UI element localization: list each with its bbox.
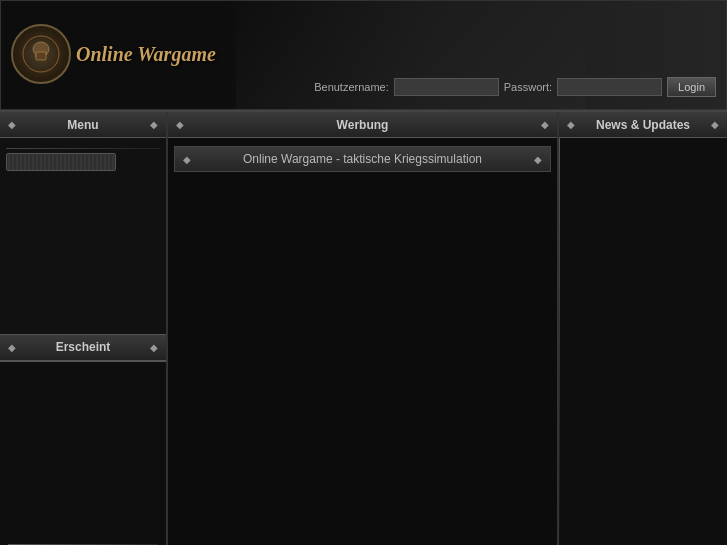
werbung-title: Werbung: [337, 118, 389, 132]
logo-title: Online Wargame: [76, 41, 216, 67]
news-content: [559, 138, 727, 545]
menu-bullet-left: ◆: [8, 119, 16, 130]
news-bullet-right: ◆: [711, 119, 719, 130]
werbung-header: ◆ Werbung ◆: [168, 112, 557, 138]
menu-bullet-right: ◆: [150, 119, 158, 130]
password-input[interactable]: [557, 78, 662, 96]
left-panel: ◆ Menu ◆ ◆ Erscheint ◆: [0, 112, 168, 545]
main-layout: ◆ Menu ◆ ◆ Erscheint ◆ ◆ Werbung ◆: [0, 110, 727, 545]
menu-separator: [6, 148, 160, 149]
password-label: Passwort:: [504, 81, 552, 93]
login-button[interactable]: Login: [667, 77, 716, 97]
werbung-bullet-right: ◆: [541, 119, 549, 130]
logo-circle: OW: [11, 24, 71, 84]
username-input[interactable]: [394, 78, 499, 96]
erscheint-title: Erscheint: [56, 340, 111, 354]
menu-content: [0, 138, 166, 334]
news-title: News & Updates: [596, 118, 690, 132]
item-bullet: ◆: [183, 154, 191, 165]
werbung-bullet-left: ◆: [176, 119, 184, 130]
news-bullet-left: ◆: [567, 119, 575, 130]
menu-knob-row: [6, 153, 160, 171]
werbung-content: ◆ Online Wargame - taktische Kriegssimul…: [168, 138, 557, 545]
menu-header: ◆ Menu ◆: [0, 112, 166, 138]
erscheint-bullet-left: ◆: [8, 342, 16, 353]
username-label: Benutzername:: [314, 81, 389, 93]
menu-title: Menu: [67, 118, 98, 132]
item-label: Online Wargame - taktische Kriegssimulat…: [243, 152, 482, 166]
login-area: Benutzername: Passwort: Login: [314, 77, 716, 97]
erscheint-header: ◆ Erscheint ◆: [0, 335, 166, 361]
erscheint-section: ◆ Erscheint ◆: [0, 334, 166, 362]
erscheint-bullet-right: ◆: [150, 342, 158, 353]
wargame-link-item[interactable]: ◆ Online Wargame - taktische Kriegssimul…: [174, 146, 551, 172]
right-panel: ◆ News & Updates ◆: [559, 112, 727, 545]
news-header: ◆ News & Updates ◆: [559, 112, 727, 138]
item-bullet-right: ◆: [534, 154, 542, 165]
header: OW Online Wargame Benutzername: Passwort…: [0, 0, 727, 110]
logo-area: OW Online Wargame: [11, 11, 251, 96]
svg-rect-3: [36, 52, 46, 60]
menu-knob: [6, 153, 116, 171]
mid-panel: ◆ Werbung ◆ ◆ Online Wargame - taktische…: [168, 112, 559, 545]
